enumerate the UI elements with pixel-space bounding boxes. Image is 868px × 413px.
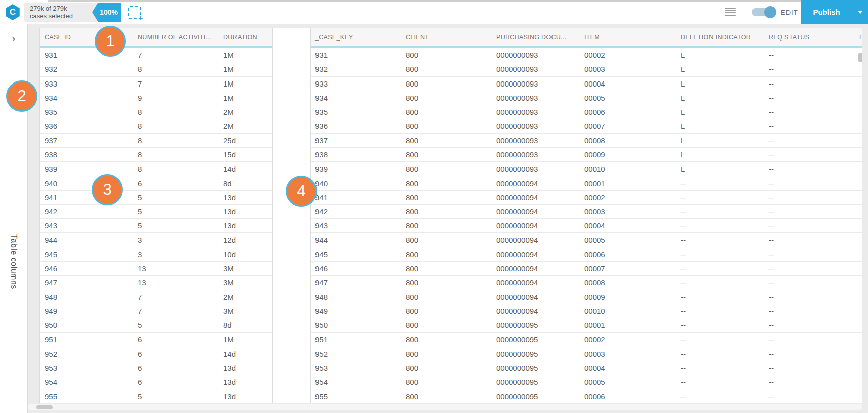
table-row[interactable]: 93281M <box>40 62 272 76</box>
table-row[interactable]: 938815d <box>40 148 272 162</box>
cell: 1M <box>218 335 272 344</box>
cell: -- <box>677 221 765 230</box>
column-header-case-key[interactable]: _CASE_KEY <box>311 34 402 41</box>
table-row[interactable]: 931800000000009300002L-- <box>311 48 862 62</box>
table-row[interactable]: 937825d <box>40 134 272 148</box>
add-selection-icon[interactable]: + <box>128 6 141 19</box>
table-row[interactable]: 935800000000009300006L-- <box>311 105 862 119</box>
table-row[interactable]: 947133M <box>40 276 272 290</box>
table-row[interactable]: 95161M <box>40 333 272 347</box>
table-row[interactable]: 943513d <box>40 219 272 233</box>
table-row[interactable]: 940800000000009400001---- <box>311 176 862 190</box>
table-row[interactable]: 945310d <box>40 247 272 262</box>
column-header-client[interactable]: CLIENT <box>402 34 492 41</box>
column-header-rfq-status[interactable]: RFQ STATUS <box>765 34 855 41</box>
cell: 2M <box>218 108 272 116</box>
column-header-l[interactable]: L <box>855 34 862 41</box>
cell: 13d <box>218 221 272 230</box>
vertical-scrollbar-thumb[interactable] <box>858 53 862 62</box>
cell: L <box>677 51 765 59</box>
column-header-duration[interactable]: DURATION <box>218 34 272 41</box>
publish-dropdown-button[interactable] <box>852 0 868 24</box>
table-row[interactable]: 93682M <box>40 119 272 133</box>
table-row[interactable]: 936800000000009300007L-- <box>311 119 862 133</box>
table-row[interactable]: 94973M <box>40 304 272 318</box>
table-row[interactable]: 946800000000009400007---- <box>311 262 862 276</box>
cell: 0000000095 <box>492 350 580 358</box>
cell: 935 <box>311 108 402 116</box>
menu-icon[interactable] <box>725 8 736 16</box>
table-row[interactable]: 941513d <box>40 191 272 205</box>
table-row[interactable]: 933800000000009300004L-- <box>311 77 862 91</box>
cell: 946 <box>40 264 133 273</box>
cell: 800 <box>402 164 492 173</box>
table-row[interactable]: 950800000000009500001---- <box>311 318 862 333</box>
cell: 00004 <box>580 221 677 230</box>
table-row[interactable]: 953800000000009500004---- <box>311 361 862 375</box>
cell: 8 <box>133 164 218 173</box>
table-row[interactable]: 94068d <box>40 176 272 190</box>
cell: 00010 <box>580 307 677 315</box>
cell: 0000000095 <box>492 378 580 386</box>
table-row[interactable]: 94872M <box>40 290 272 304</box>
table-row[interactable]: 93371M <box>40 77 272 91</box>
table-row[interactable]: 947800000000009400008---- <box>311 276 862 290</box>
table-row[interactable]: 952614d <box>40 347 272 361</box>
table-row[interactable]: 95058d <box>40 318 272 333</box>
table-row[interactable]: 948800000000009400009---- <box>311 290 862 304</box>
table-row[interactable]: 955513d <box>40 389 272 403</box>
cell: -- <box>765 136 855 145</box>
table-row[interactable]: 93582M <box>40 105 272 119</box>
cell: L <box>677 150 765 159</box>
table-row[interactable]: 93491M <box>40 91 272 105</box>
table-row[interactable]: 952800000000009500003---- <box>311 347 862 361</box>
cell: 939 <box>311 164 402 173</box>
table-row[interactable]: 942513d <box>40 205 272 219</box>
table-row[interactable]: 944312d <box>40 233 272 247</box>
table-row[interactable]: 945800000000009400006---- <box>311 247 862 262</box>
table-row[interactable]: 954800000000009500005---- <box>311 375 862 389</box>
cell: L <box>677 136 765 145</box>
table-row[interactable]: 955800000000009500006---- <box>311 389 862 403</box>
table-row[interactable]: 944800000000009400005---- <box>311 233 862 247</box>
cell: 3M <box>218 264 272 273</box>
table-row[interactable]: 949800000000009400010---- <box>311 304 862 318</box>
cell: 5 <box>133 321 218 329</box>
table-row[interactable]: 939814d <box>40 162 272 176</box>
table-row[interactable]: 954613d <box>40 375 272 389</box>
table-row[interactable]: 943800000000009400004---- <box>311 219 862 233</box>
table-row[interactable]: 937800000000009300008L-- <box>311 134 862 148</box>
table-row[interactable]: 932800000000009300003L-- <box>311 62 862 76</box>
table-row[interactable]: 953613d <box>40 361 272 375</box>
cell: L <box>677 122 765 130</box>
horizontal-scrollbar-track[interactable] <box>28 404 862 410</box>
cell: 954 <box>311 378 402 386</box>
table-row[interactable]: 946133M <box>40 262 272 276</box>
table-row[interactable]: 938800000000009300009L-- <box>311 148 862 162</box>
table-row[interactable]: 942800000000009400003---- <box>311 205 862 219</box>
column-header-number-of-activiti[interactable]: NUMBER OF ACTIVITI... <box>133 34 218 41</box>
column-header-item[interactable]: ITEM <box>580 34 677 41</box>
edit-toggle[interactable] <box>752 8 775 16</box>
cell: 944 <box>40 236 133 244</box>
table-row[interactable]: 939800000000009300010L-- <box>311 162 862 176</box>
sidebar-expand-button[interactable]: › <box>0 24 27 53</box>
cell: L <box>677 108 765 116</box>
cell: 0000000094 <box>492 293 580 301</box>
toolbar-divider <box>716 0 716 24</box>
table-row[interactable]: 93171M <box>40 48 272 62</box>
publish-button[interactable]: Publish <box>801 0 852 24</box>
cell: 946 <box>311 264 402 273</box>
column-header-purchasing-docu[interactable]: PURCHASING DOCU... <box>492 34 580 41</box>
cell: 0000000094 <box>492 221 580 230</box>
table-row[interactable]: 951800000000009500002---- <box>311 333 862 347</box>
column-header-deletion-indicator[interactable]: DELETION INDICATOR <box>677 34 765 41</box>
table-row[interactable]: 934800000000009300005L-- <box>311 91 862 105</box>
cell: -- <box>677 264 765 273</box>
horizontal-scrollbar-thumb[interactable] <box>36 405 53 409</box>
table-row[interactable]: 941800000000009400002---- <box>311 191 862 205</box>
table-columns-panel-tab[interactable]: Table columns <box>0 234 27 305</box>
edit-toggle-knob[interactable] <box>764 6 776 18</box>
cell: L <box>677 79 765 88</box>
cell: 8d <box>218 321 272 329</box>
